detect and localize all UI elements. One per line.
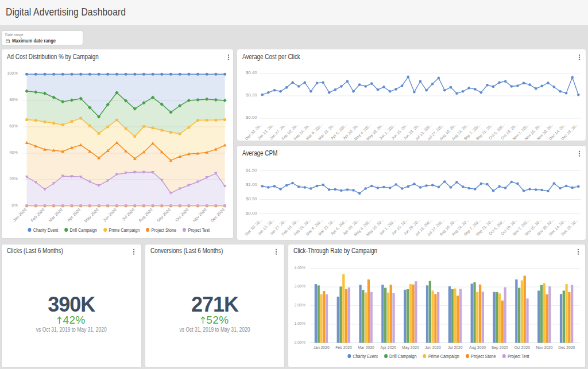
svg-text:Jul 2020: Jul 2020 [121, 207, 136, 222]
svg-text:$0.20: $0.20 [246, 92, 257, 98]
svg-text:Mar 2020: Mar 2020 [358, 345, 374, 349]
svg-text:May 2020: May 2020 [83, 207, 100, 223]
svg-text:Nov 2020: Nov 2020 [191, 207, 207, 223]
svg-text:Aug 2020: Aug 2020 [469, 345, 485, 350]
svg-text:$1.00: $1.00 [246, 181, 257, 187]
svg-text:Sep 2020: Sep 2020 [156, 207, 172, 223]
svg-text:Feb 2020: Feb 2020 [30, 207, 46, 223]
svg-text:2.00%: 2.00% [294, 303, 305, 307]
svg-text:$0.00: $0.00 [246, 210, 257, 215]
svg-text:Mar 2020: Mar 2020 [48, 207, 64, 223]
svg-text:Jun 2020: Jun 2020 [102, 207, 118, 222]
svg-text:40%: 40% [9, 149, 18, 154]
svg-text:Jan 2020: Jan 2020 [313, 345, 329, 349]
svg-text:0.00%: 0.00% [294, 340, 305, 344]
svg-text:Oct 2020: Oct 2020 [174, 207, 189, 222]
svg-text:80%: 80% [9, 97, 18, 102]
svg-text:1.00%: 1.00% [294, 321, 305, 325]
svg-text:Jan 2020: Jan 2020 [12, 207, 28, 222]
svg-text:$0.50: $0.50 [246, 196, 257, 201]
svg-text:Sep 2020: Sep 2020 [491, 345, 508, 350]
svg-text:3.00%: 3.00% [294, 284, 305, 288]
svg-text:4.00%: 4.00% [294, 266, 305, 270]
svg-text:100%: 100% [7, 71, 18, 76]
svg-text:0%: 0% [11, 202, 18, 207]
svg-text:Dec 2020: Dec 2020 [210, 207, 226, 223]
svg-text:$0.40: $0.40 [246, 70, 257, 75]
svg-text:60%: 60% [9, 123, 18, 128]
svg-text:$1.50: $1.50 [246, 167, 257, 172]
svg-text:Aug 2020: Aug 2020 [137, 207, 153, 223]
svg-text:Apr 2020: Apr 2020 [66, 207, 82, 222]
svg-text:Jul 2020: Jul 2020 [447, 345, 462, 349]
svg-text:Apr 2020: Apr 2020 [380, 345, 396, 350]
svg-text:$0.00: $0.00 [246, 115, 257, 120]
svg-text:20%: 20% [9, 176, 18, 181]
svg-text:Jun 2020: Jun 2020 [424, 345, 440, 349]
svg-text:Oct 2020: Oct 2020 [514, 345, 530, 349]
svg-text:Nov 2020: Nov 2020 [536, 345, 552, 349]
svg-text:May 2020: May 2020 [402, 345, 419, 350]
svg-text:Dec 2020: Dec 2020 [558, 345, 575, 349]
svg-text:Feb 2020: Feb 2020 [335, 345, 352, 349]
